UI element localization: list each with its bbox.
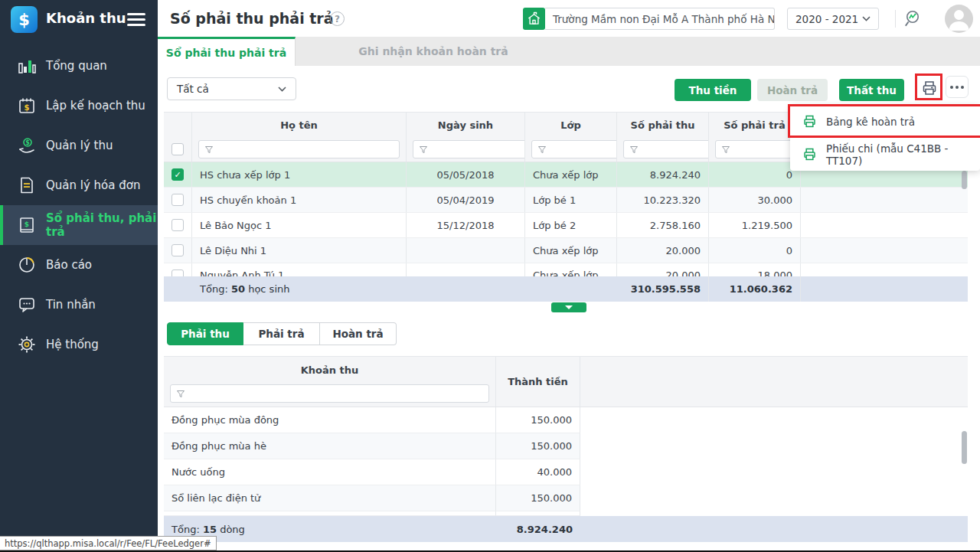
column-header-thanh-tien[interactable]: Thành tiền [496,357,580,407]
funnel-icon [176,390,185,399]
collect-money-button[interactable]: Thu tiền [675,79,751,101]
cell-class: Chưa xếp lớp [525,238,617,263]
sidebar-item-label: Quản lý hóa đơn [46,178,140,192]
loss-button[interactable]: Thất thu [839,79,904,101]
fees-total-amount: 8.924.240 [496,516,580,542]
filter-payable[interactable] [715,140,801,158]
svg-text:$: $ [25,139,30,146]
sidebar-item-tong-quan[interactable]: Tổng quan [0,46,158,86]
svg-text:$: $ [24,220,29,228]
sidebar-item-so-phai-thu-phai-tra[interactable]: $ Sổ phải thu, phải trả [0,205,158,245]
row-checkbox-checked[interactable]: ✓ [172,168,184,181]
filter-fee-name-input[interactable] [171,386,488,401]
print-button[interactable] [919,77,939,99]
refund-button[interactable]: Hoàn trả [757,79,828,101]
school-year-dropdown[interactable]: 2020 - 2021 [787,8,879,30]
column-header-lop[interactable]: Lớp [525,113,617,137]
cell-receivable: 10.223.320 [617,188,709,212]
sidebar-item-lap-ke-hoach-thu[interactable]: $ Lập kế hoạch thu [0,86,158,126]
cell-fee-name: Đồng phục mùa hè [164,433,496,459]
table-row[interactable]: HS chuyển khoản 1 05/04/2019 Lớp bé 1 10… [164,188,968,213]
table-row[interactable]: Sổ liên lạc điện tử 150.000 [164,485,968,511]
menu-item-phieu-chi[interactable]: Phiếu chi (mẫu C41BB - TT107) [790,138,980,171]
filter-name[interactable] [198,140,400,158]
sidebar-header: $ Khoản thu [0,0,158,40]
tab-ghi-nhan-khoan-hoan-tra[interactable]: Ghi nhận khoản hoàn trả [296,37,571,66]
plan-calendar-icon: $ [17,96,37,116]
sidebar-item-label: Tin nhắn [46,298,96,312]
tab-phai-tra[interactable]: Phải trả [243,322,320,345]
printer-icon [802,114,817,129]
table-row[interactable]: Đồng phục mùa đông 150.000 [164,407,968,433]
filter-class[interactable] [531,140,617,158]
filter-fee-name[interactable] [170,384,489,403]
table-row[interactable]: Lê Bảo Ngọc 1 15/12/2018 Lớp bé 2 2.758.… [164,213,968,238]
school-year-value: 2020 - 2021 [795,13,858,25]
app-logo-icon: $ [11,6,38,33]
cell-payable: 18.000 [709,263,801,276]
filter-dropdown-value: Tất cả [177,83,209,95]
chevron-down-icon [862,16,871,21]
hamburger-menu-icon[interactable] [127,13,145,27]
more-options-button[interactable] [946,76,969,98]
funnel-icon [419,145,428,155]
help-icon[interactable]: ? [330,11,345,26]
cell-dob: 05/05/2018 [407,162,525,187]
filter-dropdown[interactable]: Tất cả [167,77,296,100]
tab-strip: Sổ phải thu phải trả Ghi nhận khoản hoàn… [158,37,980,66]
filter-receivable[interactable] [623,140,709,158]
row-checkbox[interactable] [172,219,184,231]
row-checkbox[interactable] [172,244,184,256]
sidebar-item-tin-nhan[interactable]: Tin nhắn [0,285,158,325]
cell-name: HS chưa xếp lớp 1 [192,162,407,187]
chevron-down-icon [278,87,286,92]
sidebar-item-quan-ly-hoa-don[interactable]: Quản lý hóa đơn [0,165,158,205]
column-header-ho-ten[interactable]: Họ tên [192,113,407,137]
search-analytics-icon[interactable] [904,9,924,29]
students-total-receivable: 310.595.558 [617,276,709,302]
students-table-scrollbar[interactable] [962,171,967,189]
menu-item-bang-ke-hoan-tra[interactable]: Bảng kê hoàn trả [790,105,980,138]
sidebar-item-label: Hệ thống [46,338,99,351]
sidebar-item-he-thong[interactable]: Hệ thống [0,325,158,364]
row-checkbox[interactable] [172,194,184,206]
select-all-checkbox[interactable] [172,143,184,155]
sidebar-item-bao-cao[interactable]: Báo cáo [0,245,158,285]
table-row[interactable]: Nước uống 40.000 [164,459,968,485]
students-total-label: Tổng: 50 học sinh [192,276,407,302]
sidebar-item-label: Báo cáo [46,258,92,272]
tab-so-phai-thu-phai-tra[interactable]: Sổ phải thu phải trả [158,37,296,66]
cell-payable: 0 [709,162,801,187]
row-checkbox[interactable] [172,269,184,276]
school-selector[interactable]: Trường Mầm non Đại Mỗ A Thành phố Hà Nội [545,8,775,30]
tab-hoan-tra[interactable]: Hoàn trả [320,322,397,345]
column-header-so-phai-tra[interactable]: Số phải trả [709,113,801,137]
cell-dob: 15/12/2018 [407,213,525,237]
cell-receivable: 20.000 [617,263,709,276]
cell-receivable: 8.924.240 [617,162,709,187]
topbar-divider [895,10,896,28]
column-header-ngay-sinh[interactable]: Ngày sinh [407,113,525,137]
message-icon [17,295,37,315]
invoice-icon [17,175,37,195]
filter-dob-input[interactable] [413,142,525,157]
column-header-so-phai-thu[interactable]: Số phải thu [617,113,709,137]
fees-table-scrollbar[interactable] [962,431,967,464]
table-row[interactable]: Nguyễn Anh Tú 1 Chưa xếp lớp 20.000 18.0… [164,263,968,276]
cell-dob [407,238,525,263]
cell-name: HS chuyển khoản 1 [192,188,407,212]
tab-phai-thu[interactable]: Phải thu [167,322,243,345]
cell-class: Lớp bé 1 [525,188,617,212]
cell-name: Lê Diệu Nhi 1 [192,238,407,263]
expand-collapse-handle[interactable] [551,302,586,312]
report-pie-icon [17,255,37,275]
table-row[interactable]: Đồng phục mùa hè 150.000 [164,433,968,459]
column-header-khoan-thu[interactable]: Khoản thu [164,357,495,383]
user-avatar[interactable] [945,5,973,33]
sidebar-item-quan-ly-thu[interactable]: $ Quản lý thu [0,126,158,165]
filter-dob[interactable] [413,140,525,158]
filter-name-input[interactable] [199,142,399,157]
table-row[interactable]: Lê Diệu Nhi 1 Chưa xếp lớp 20.000 0 [164,238,968,263]
funnel-icon [204,145,214,155]
overview-chart-icon [17,56,37,76]
